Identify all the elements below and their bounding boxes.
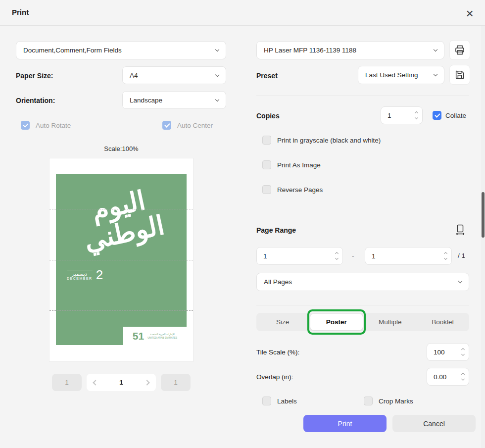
print-preview-page: اليوم الوطني ديسمبر DECEMBER 2 51 الإمار… (49, 158, 193, 361)
orientation-value: Landscape (130, 97, 162, 104)
auto-rotate-row: Auto Rotate (21, 121, 71, 130)
chevron-down-icon (434, 72, 437, 76)
collate-label: Collate (445, 112, 466, 119)
print-as-image-checkbox[interactable] (262, 160, 271, 169)
scrollbar-thumb[interactable] (482, 192, 485, 238)
poster-day: 2 (96, 269, 103, 280)
copies-stepper[interactable] (412, 112, 418, 119)
poster-badge-text: الإمارات العربية المتحدة UNITED ARAB EMI… (147, 333, 177, 340)
grayscale-label: Print in grayscale (black and white) (277, 137, 381, 144)
print-as-image-label: Print As Image (277, 161, 321, 169)
overlap-input[interactable] (434, 373, 459, 381)
print-button-label: Print (338, 420, 352, 428)
preset-select[interactable]: Last Used Setting (358, 66, 444, 84)
range-to-input[interactable] (372, 252, 441, 260)
close-button[interactable]: × (460, 4, 479, 23)
cancel-button-label: Cancel (423, 420, 445, 428)
copies-field (381, 106, 423, 124)
tile-scale-stepper[interactable] (459, 348, 464, 355)
copies-input[interactable] (388, 112, 412, 119)
divider (256, 96, 469, 96)
printer-select[interactable]: HP Laser MFP 1136-1139 1188 (256, 41, 444, 59)
divider (256, 305, 469, 305)
labels-row: Labels (262, 397, 297, 405)
tile-scale-label: Tile Scale (%): (256, 348, 299, 356)
tab-poster[interactable]: Poster (310, 314, 363, 330)
print-as-image-row: Print As Image (262, 160, 321, 169)
reverse-pages-checkbox[interactable] (262, 185, 271, 194)
range-to-stepper[interactable] (441, 252, 447, 259)
step-down-icon (461, 352, 465, 356)
print-button[interactable]: Print (303, 415, 387, 432)
range-from-stepper[interactable] (333, 252, 338, 259)
range-total: / 1 (458, 252, 465, 259)
page-range-icon (454, 224, 466, 236)
poster-badge-line2: UNITED ARAB EMIRATES (147, 336, 177, 339)
chevron-down-icon (458, 279, 462, 283)
crop-marks-label: Crop Marks (379, 398, 413, 405)
poster-badge-number: 51 (133, 330, 144, 342)
tab-multiple-label: Multiple (379, 318, 402, 326)
dialog-header: Print × (0, 0, 485, 26)
crop-marks-row: Crop Marks (364, 397, 413, 405)
orientation-select[interactable]: Landscape (122, 91, 226, 109)
range-from-input[interactable] (263, 252, 333, 260)
labels-label: Labels (277, 398, 297, 405)
labels-checkbox[interactable] (262, 397, 271, 405)
step-up-icon (335, 252, 339, 255)
save-preset-button[interactable] (449, 65, 470, 85)
dialog-title: Print (12, 8, 29, 16)
orientation-label: Orientation: (16, 97, 55, 104)
tile-cut-line-horizontal-2 (49, 260, 193, 260)
tile-scale-input[interactable] (434, 348, 459, 356)
auto-rotate-checkbox[interactable] (21, 121, 30, 130)
chevron-down-icon (434, 48, 437, 51)
last-page-button[interactable]: 1 (161, 374, 191, 391)
poster-date: ديسمبر DECEMBER 2 (67, 269, 103, 280)
collate-checkbox[interactable] (433, 111, 441, 120)
poster-badge: 51 الإمارات العربية المتحدة UNITED ARAB … (123, 327, 187, 345)
auto-center-row: Auto Center (162, 121, 213, 130)
last-page-number: 1 (174, 379, 178, 386)
content-type-select[interactable]: Document,Comment,Form Fields (16, 41, 226, 59)
crop-marks-checkbox[interactable] (364, 397, 373, 405)
auto-center-checkbox[interactable] (162, 121, 171, 130)
previous-page-icon[interactable] (93, 380, 98, 385)
print-dialog: Print × Document,Comment,Form Fields Pap… (0, 0, 485, 448)
paper-size-value: A4 (130, 72, 138, 79)
grayscale-row: Print in grayscale (black and white) (262, 136, 381, 145)
next-page-icon[interactable] (144, 380, 149, 385)
printer-properties-button[interactable] (449, 40, 470, 60)
overlap-stepper[interactable] (459, 373, 464, 380)
preset-label: Preset (256, 72, 278, 80)
tab-poster-label: Poster (326, 318, 347, 326)
range-from-field (256, 247, 343, 265)
poster-month-arabic: ديسمبر (67, 271, 93, 277)
step-down-icon (461, 377, 465, 381)
tab-booklet[interactable]: Booklet (417, 313, 470, 331)
step-up-icon (461, 348, 465, 351)
printer-icon (454, 44, 466, 56)
grayscale-checkbox[interactable] (262, 136, 271, 145)
page-range-mode-value: All Pages (264, 278, 292, 286)
paper-size-select[interactable]: A4 (122, 66, 226, 84)
first-page-number: 1 (65, 379, 69, 386)
reverse-pages-label: Reverse Pages (277, 186, 323, 194)
save-icon (454, 69, 465, 80)
chevron-down-icon (215, 72, 219, 76)
overlap-field (427, 368, 469, 386)
tab-size[interactable]: Size (256, 313, 309, 331)
tile-cut-line-horizontal-1 (49, 209, 193, 209)
tab-multiple[interactable]: Multiple (364, 313, 417, 331)
page-navigator: 1 (87, 374, 156, 391)
first-page-button[interactable]: 1 (52, 374, 82, 391)
step-down-icon (335, 256, 339, 260)
page-range-mode-select[interactable]: All Pages (256, 273, 469, 291)
auto-rotate-label: Auto Rotate (36, 122, 71, 129)
custom-range-button[interactable] (451, 222, 469, 238)
poster-month: ديسمبر DECEMBER (67, 270, 93, 280)
step-up-icon (444, 252, 447, 255)
cancel-button[interactable]: Cancel (392, 415, 476, 432)
range-separator: - (352, 252, 354, 259)
step-up-icon (461, 373, 465, 376)
